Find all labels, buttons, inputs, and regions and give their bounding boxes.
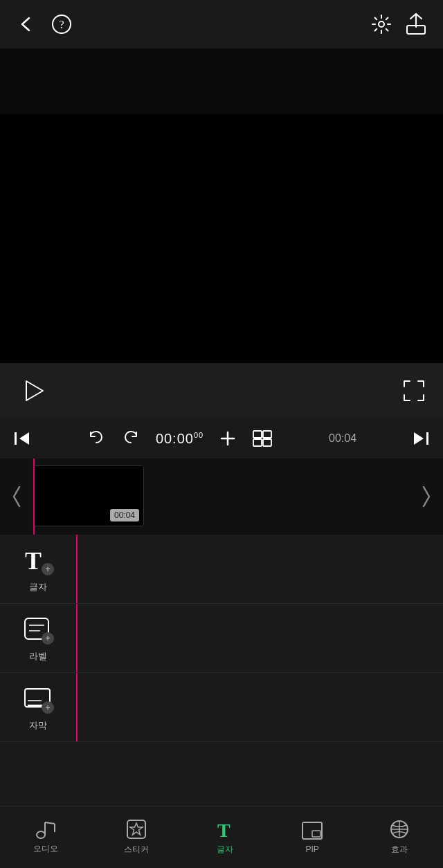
tool-rows: T + 글자 + 라벨 xyxy=(0,535,443,742)
label-tool-icon-wrap: + xyxy=(19,614,57,645)
text-playhead xyxy=(76,535,78,603)
subtitle-add-icon: + xyxy=(42,701,54,714)
back-button[interactable] xyxy=(17,15,35,33)
tab-audio[interactable]: 오디오 xyxy=(25,814,66,860)
subtitle-playhead xyxy=(76,673,78,741)
subtitle-tool-icon-area: + 자막 xyxy=(0,683,76,732)
top-bar: ? xyxy=(0,0,443,48)
label-tool-label: 라벨 xyxy=(29,650,47,663)
svg-marker-6 xyxy=(19,432,29,445)
text-tool-row[interactable]: T + 글자 xyxy=(0,535,443,604)
text-tool-icon-area: T + 글자 xyxy=(0,545,76,593)
skip-start-button[interactable] xyxy=(12,430,30,447)
add-clip-button[interactable] xyxy=(219,430,237,447)
text-track-area xyxy=(76,535,443,603)
track-inner: 00:04 xyxy=(33,459,410,535)
export-button[interactable] xyxy=(406,13,426,35)
text-tool-label: 글자 xyxy=(29,581,47,593)
grid-button[interactable] xyxy=(252,430,273,447)
svg-point-22 xyxy=(37,831,45,838)
text-tool-icon-wrap: T + xyxy=(19,545,57,575)
trim-left-button[interactable] xyxy=(0,484,33,509)
top-bar-left: ? xyxy=(17,14,72,35)
svg-line-24 xyxy=(45,822,55,824)
label-track-area xyxy=(76,604,443,672)
text-add-icon: + xyxy=(42,563,54,575)
svg-point-2 xyxy=(379,21,384,27)
svg-text:T: T xyxy=(25,547,42,573)
svg-rect-5 xyxy=(15,432,17,445)
playhead xyxy=(33,459,35,535)
label-tool-row[interactable]: + 라벨 xyxy=(0,604,443,673)
skip-end-button[interactable] xyxy=(413,430,431,447)
redo-button[interactable] xyxy=(121,429,141,448)
timecode-value: 00:00 xyxy=(156,431,194,446)
label-playhead xyxy=(76,604,78,672)
timecode-display: 00:0000 xyxy=(156,431,204,447)
timeline-center-group: 00:0000 xyxy=(87,429,273,448)
tab-text-label: 글자 xyxy=(217,844,233,856)
svg-rect-10 xyxy=(263,431,271,438)
settings-button[interactable] xyxy=(371,14,392,35)
svg-marker-14 xyxy=(414,432,424,445)
undo-button[interactable] xyxy=(87,429,106,448)
svg-marker-27 xyxy=(130,823,143,835)
effect-icon xyxy=(389,819,410,840)
tab-pip-label: PIP xyxy=(305,844,318,854)
svg-rect-30 xyxy=(312,831,320,837)
music-icon xyxy=(35,820,56,839)
pip-icon xyxy=(301,821,323,840)
svg-rect-9 xyxy=(253,431,262,438)
text-tab-icon: T xyxy=(215,819,235,840)
video-preview xyxy=(0,114,443,363)
tab-audio-label: 오디오 xyxy=(33,843,58,855)
timeline-track: 00:04 xyxy=(0,459,443,535)
top-bar-right xyxy=(371,13,426,35)
svg-marker-4 xyxy=(26,381,43,400)
timecode-frames: 00 xyxy=(194,431,204,439)
subtitle-tool-row[interactable]: + 자막 xyxy=(0,673,443,742)
video-clip[interactable]: 00:04 xyxy=(33,465,144,526)
svg-text:?: ? xyxy=(59,19,64,30)
subtitle-track-area xyxy=(76,673,443,741)
tab-text[interactable]: T 글자 xyxy=(206,813,244,861)
subtitle-tool-label: 자막 xyxy=(29,719,47,732)
label-add-icon: + xyxy=(42,632,54,645)
tab-effect[interactable]: 효과 xyxy=(381,813,418,861)
video-top-strip xyxy=(0,48,443,114)
clip-duration-badge: 00:04 xyxy=(110,509,139,521)
tab-sticker[interactable]: 스티커 xyxy=(116,813,157,861)
svg-rect-13 xyxy=(426,432,428,445)
timeline-controls: 00:0000 00:04 xyxy=(0,418,443,459)
tab-sticker-label: 스티커 xyxy=(124,844,149,856)
star-icon xyxy=(126,819,147,840)
label-tool-icon-area: + 라벨 xyxy=(0,614,76,663)
svg-rect-12 xyxy=(263,439,271,446)
trim-right-button[interactable] xyxy=(410,484,443,509)
bottom-tabs: 오디오 스티커 T 글자 PIP 효과 xyxy=(0,806,443,868)
playback-bar xyxy=(0,363,443,418)
duration-display: 00:04 xyxy=(329,432,356,445)
tab-effect-label: 효과 xyxy=(391,844,408,856)
help-button[interactable]: ? xyxy=(51,14,72,35)
tab-pip[interactable]: PIP xyxy=(293,815,332,860)
svg-rect-11 xyxy=(253,439,262,446)
subtitle-tool-icon-wrap: + xyxy=(19,683,57,714)
fullscreen-button[interactable] xyxy=(401,378,426,403)
play-button[interactable] xyxy=(17,376,47,406)
svg-text:T: T xyxy=(217,820,230,840)
